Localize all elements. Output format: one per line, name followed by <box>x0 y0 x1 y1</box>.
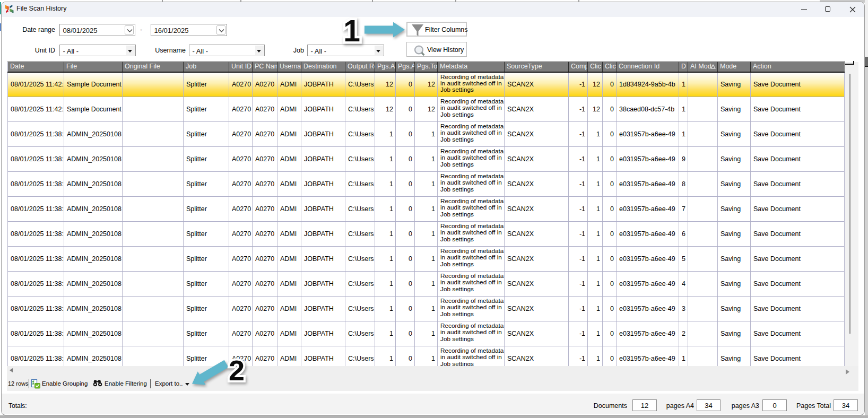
svg-text:1: 1 <box>343 14 360 48</box>
svg-text:2: 2 <box>229 354 245 386</box>
